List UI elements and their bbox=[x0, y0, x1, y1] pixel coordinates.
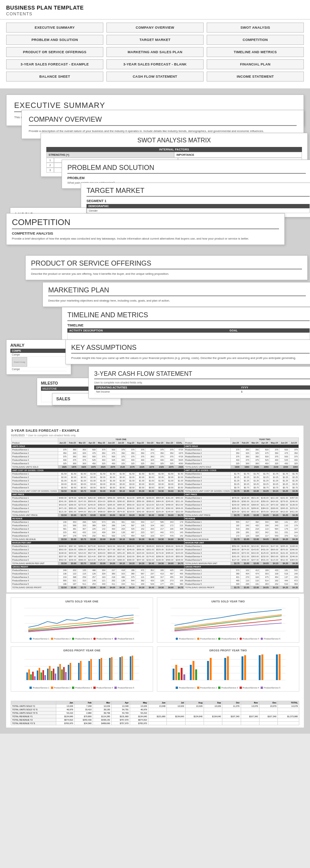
nav-balance-sheet[interactable]: BALANCE SHEET bbox=[6, 72, 103, 82]
nav-target-market[interactable]: TARGET MARKET bbox=[106, 35, 204, 45]
cell-y1-unit_price-3-9: $327.00 bbox=[145, 507, 155, 510]
nav-problem-solution[interactable]: PROBLEM AND SOLUTION bbox=[6, 35, 103, 45]
totals-row-label-0: TOTAL UNITS SOLD Y1 bbox=[11, 705, 56, 708]
cell-y1-unit_cost-1-10: $2.00 bbox=[155, 476, 165, 479]
legend-1-5-dot bbox=[114, 638, 117, 640]
cell-y1-gross_profit-4-0: 196 bbox=[58, 582, 67, 586]
nav-income-statement[interactable]: INCOME STATEMENT bbox=[207, 72, 304, 82]
analysis-row-2: Insert imag bbox=[10, 357, 67, 367]
cell-y1-revenue-1-1: 569 bbox=[67, 524, 77, 527]
cell-y1-prod-4: Product/Service 5 bbox=[11, 510, 58, 514]
analysis-title: ANALY bbox=[10, 343, 67, 348]
cell-y1-unit_cost-2-11: $1.00 bbox=[165, 479, 174, 483]
nav-competition[interactable]: COMPETITION bbox=[207, 35, 304, 45]
cell-y1-unit_cost-2-3: $1.00 bbox=[87, 479, 96, 483]
cashflow-netincome-val: $ bbox=[239, 390, 310, 394]
cell-y2-margin-1-18: $570.00 bbox=[279, 548, 289, 551]
cell-y1-units_sold-0-5: 500 bbox=[106, 448, 116, 452]
cell-y2-unit_cost-3-19: $3.25 bbox=[289, 483, 299, 486]
cell-y1-revenue-4-10: 577 bbox=[155, 534, 165, 538]
th-nov23: Nov-23 bbox=[155, 441, 165, 445]
cell-y1-gross_profit-4-9: 526 bbox=[145, 582, 155, 586]
cell-y2-revenue-0-16: 340 bbox=[260, 520, 269, 524]
bar-legend-2-2-dot bbox=[197, 687, 199, 689]
nav-executive-summary[interactable]: EXECUTIVE SUMMARY bbox=[6, 23, 103, 33]
target-demo-row: Gender bbox=[86, 208, 310, 213]
nav-product-service[interactable]: PRODUCT OR SERVICE OFFERINGS bbox=[6, 47, 103, 57]
bar-chart-2-title: GROSS PROFIT YEAR TWO bbox=[160, 649, 297, 652]
cell-y2-gross_profit-3-13: 485 bbox=[231, 579, 240, 582]
svg-rect-53 bbox=[181, 668, 183, 680]
cell-y1-margin-1-5: $177.00 bbox=[106, 548, 116, 551]
cell-y1-units_sold-2-6: 375 bbox=[116, 455, 126, 458]
cell-y1-revenue-1-8: 135 bbox=[135, 524, 145, 527]
cell-y1-unit_price-4-0: $121.00 bbox=[58, 510, 67, 514]
cell-y2-units_sold-3-14: 375 bbox=[240, 458, 250, 462]
cell-y1-prod-2: Product/Service 3 bbox=[11, 527, 58, 531]
cell-y1-revenue-2-2: 367 bbox=[77, 527, 87, 531]
cell-y1-unit_price-4-8: $342.00 bbox=[135, 510, 145, 514]
cell-y1-prod-1: Product/Service 2 bbox=[11, 524, 58, 527]
cell-y2-revenue-4-13: 172 bbox=[231, 534, 240, 538]
cell-y2-margin-3-13: $161.00 bbox=[231, 555, 240, 558]
svg-rect-63 bbox=[244, 655, 246, 680]
totals-val-4-6 bbox=[167, 718, 185, 722]
cell-y1-gross_profit-1-4: 329 bbox=[97, 572, 106, 576]
cell-y1-units_sold-0-10: 375 bbox=[155, 448, 165, 452]
nav-marketing-sales[interactable]: MARKETING AND SALES PLAN bbox=[106, 47, 204, 57]
total-y2-gross_profit-3: $4.05 bbox=[260, 586, 269, 589]
analysis-row3-text: Compe bbox=[12, 368, 20, 370]
totals-val-5-3: $757,970 bbox=[111, 722, 130, 725]
bar-legend-2-1: Product/Service 1 bbox=[176, 687, 195, 689]
totals-row-margin: TOTALS/AVG MARGIN PER UNIT$3.50$3.60$3.7… bbox=[11, 562, 299, 565]
cell-y2-prod-4: Product/Service 5 bbox=[184, 486, 231, 489]
legend-2-4-dot bbox=[240, 638, 242, 640]
bar-legend-2-4: Product/Service 4 bbox=[240, 687, 259, 689]
analysis-image-placeholder: Insert imag bbox=[12, 357, 27, 367]
svg-rect-19 bbox=[41, 672, 42, 680]
bar-chart-1-title: GROSS PROFIT YEAR ONE bbox=[13, 649, 150, 652]
total-y1-units_sold-0: 1825 bbox=[58, 465, 67, 469]
cell-y1-units_sold-3-7: 400 bbox=[126, 458, 135, 462]
cell-y1-unit_price-0-11: $161.00 bbox=[165, 496, 174, 500]
nav-timeline-metrics[interactable]: TIMELINE AND METRICS bbox=[207, 47, 304, 57]
cell-y1-revenue-3-8: 223 bbox=[135, 531, 145, 534]
bar-legend-2-3: Product/Service 3 bbox=[218, 687, 238, 689]
nav-financial-plan[interactable]: FINANCIAL PLAN bbox=[207, 59, 304, 69]
total-y2-revenue-5: $4.25 bbox=[279, 538, 289, 541]
totals-row-label-3: TOTAL REVENUE Y1 bbox=[11, 715, 56, 718]
total-y2-unit_cost-4: $4.15 bbox=[269, 489, 279, 493]
cell-y2-unit_cost-4-15: $0.75 bbox=[250, 486, 259, 489]
total-y2-gross_profit-6: $4.35 bbox=[289, 586, 299, 589]
cell-y1-prod-1: Product/Service 2 bbox=[11, 548, 58, 551]
bar-legend-1-4: Product/Service 4 bbox=[93, 687, 113, 689]
cell-y1-revenue-1-9: 104 bbox=[145, 524, 155, 527]
row-unit_price-3: Product/Service 4$471.00$583.00$269.00$4… bbox=[11, 507, 299, 510]
cell-y1-unit_price-2-1: $269.00 bbox=[67, 503, 77, 507]
cell-y1-unit_price-0-2: $240.00 bbox=[77, 496, 87, 500]
cell-y1-prod-0: Product/Service 1 bbox=[11, 545, 58, 548]
nav-company-overview[interactable]: COMPANY OVERVIEW bbox=[106, 23, 204, 33]
cell-y1-revenue-1-3: 389 bbox=[87, 524, 96, 527]
cell-y1-units_sold-3-10: 400 bbox=[155, 458, 165, 462]
total-y1-revenue-12: $4.70 bbox=[175, 538, 184, 541]
totals-val-3-2: $114,280 bbox=[93, 715, 111, 718]
cell-y2-revenue-4-17: 543 bbox=[269, 534, 279, 538]
cell-y1-units_sold-2-7: 375 bbox=[126, 455, 135, 458]
total-y1-gross_profit-6: $4.10 bbox=[116, 586, 126, 589]
nav-swot-analysis[interactable]: SWOT ANALYSIS bbox=[207, 23, 304, 33]
cell-y1-margin-4-1: $209.00 bbox=[67, 558, 77, 562]
cell-y2-unit_cost-1-17: $2.25 bbox=[269, 476, 279, 479]
cell-y1-margin-3-6: $153.00 bbox=[116, 555, 126, 558]
cell-y1-gross_profit-0-4: 334 bbox=[97, 569, 106, 572]
nav-3year-blank[interactable]: 3-YEAR SALES FORECAST - BLANK bbox=[106, 59, 204, 69]
bar-legend-2-2: Product/Service 2 bbox=[197, 687, 217, 689]
nav-cash-flow[interactable]: CASH FLOW STATEMENT bbox=[106, 72, 204, 82]
total-y1-gross_profit-12: $4.70 bbox=[175, 586, 184, 589]
cell-y1-unit_price-1-2: $147.00 bbox=[77, 500, 87, 503]
cell-y1-unit_cost-3-10: $3.00 bbox=[155, 483, 165, 486]
cell-y2-gross_profit-4-18: 510 bbox=[279, 582, 289, 586]
timeline-col2: GOAL bbox=[228, 328, 310, 333]
nav-3year-example[interactable]: 3-YEAR SALES FORECAST - EXAMPLE bbox=[6, 59, 103, 69]
swot-importance: IMPORTANCE bbox=[174, 152, 302, 158]
